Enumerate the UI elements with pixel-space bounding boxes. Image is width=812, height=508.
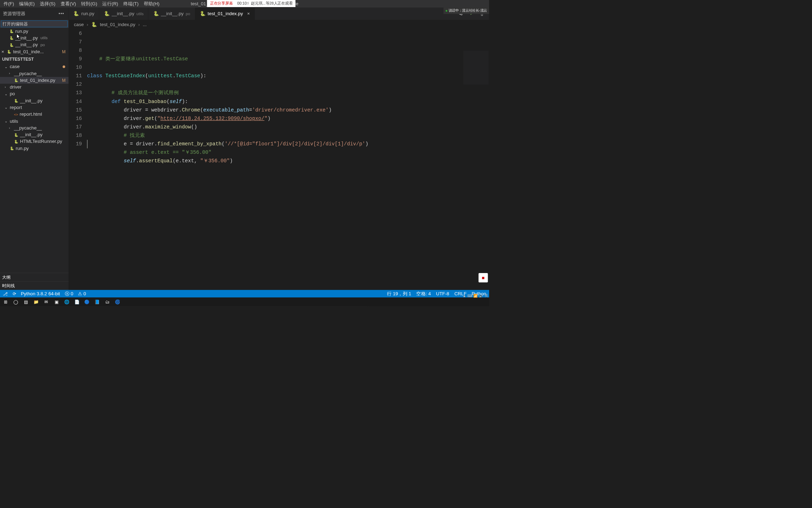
menu-item[interactable]: 查看(V) bbox=[59, 0, 78, 8]
code-line[interactable]: driver = webdriver.Chrome(executable_pat… bbox=[87, 106, 489, 114]
tab-label: run.py bbox=[81, 11, 94, 17]
editor-tabs: 🐍run.py🐍__init__.pyutils🐍__init__.pypo🐍t… bbox=[69, 8, 489, 20]
timeline-section[interactable]: 时间线 bbox=[0, 282, 69, 290]
remote-indicator-icon[interactable]: ⎇ bbox=[3, 291, 8, 296]
code-line[interactable]: e = driver.find_element_by_xpath('//*[@i… bbox=[87, 140, 489, 148]
taskbar-app-icon[interactable]: 📁 bbox=[31, 298, 41, 305]
open-editor-item[interactable]: __init__.pypo bbox=[0, 41, 69, 48]
warnings-count[interactable]: ⚠ 0 bbox=[78, 291, 86, 297]
taskbar-app-icon[interactable]: ▣ bbox=[52, 298, 61, 305]
code-line[interactable] bbox=[87, 165, 489, 174]
file-item[interactable]: test_01_index.pyM bbox=[0, 77, 69, 84]
open-editors-input[interactable] bbox=[1, 21, 67, 27]
editor-tab[interactable]: 🐍test_01_index.py× bbox=[195, 8, 255, 20]
menu-item[interactable]: 终端(T) bbox=[121, 0, 141, 8]
file-item[interactable]: HTMLTestRunner.py bbox=[0, 138, 69, 145]
taskbar-app-icon[interactable]: ⊞ bbox=[1, 298, 10, 305]
taskbar-app-icon[interactable]: 📄 bbox=[72, 298, 82, 305]
code-line[interactable]: # 成员方法就是一个测试用例 bbox=[87, 89, 489, 97]
menu-item[interactable]: 帮助(H) bbox=[141, 0, 161, 8]
close-icon[interactable]: × bbox=[1, 49, 5, 55]
menu-item[interactable]: 运行(R) bbox=[100, 0, 120, 8]
menu-item[interactable]: 件(F) bbox=[1, 0, 16, 8]
folder-item[interactable]: ⌄report bbox=[0, 104, 69, 111]
windows-taskbar[interactable]: ⊞◯▤📁✉▣🌐📄🔵📘🗂🌀 bbox=[0, 297, 489, 306]
editor-tab[interactable]: 🐍__init__.pyutils bbox=[99, 8, 148, 20]
folder-item[interactable]: ⌄po bbox=[0, 91, 69, 97]
folder-name: case bbox=[10, 64, 20, 69]
project-section-header[interactable]: UNITTESTTEST bbox=[0, 55, 69, 63]
code-line[interactable]: # 类一定要继承unittest.TestCase bbox=[87, 55, 489, 63]
tray-icon[interactable]: ⌨ bbox=[467, 294, 472, 298]
close-tab-icon[interactable]: × bbox=[247, 11, 250, 17]
taskbar-app-icon[interactable]: ▤ bbox=[21, 298, 31, 305]
breadcrumb-item[interactable]: test_01_index.py bbox=[100, 22, 135, 28]
cursor-position[interactable]: 行 19，列 1 bbox=[387, 290, 411, 297]
code-line[interactable]: driver.maximize_window() bbox=[87, 123, 489, 131]
open-editor-item[interactable]: run.py bbox=[0, 28, 69, 35]
indentation[interactable]: 空格: 4 bbox=[416, 290, 431, 297]
errors-count[interactable]: ⓧ 0 bbox=[65, 290, 73, 297]
file-name: run.py bbox=[15, 29, 28, 34]
file-item[interactable]: __init__.py bbox=[0, 131, 69, 138]
line-number: 15 bbox=[69, 106, 82, 114]
editor-area: 🐍run.py🐍__init__.pyutils🐍__init__.pypo🐍t… bbox=[69, 8, 489, 290]
taskbar-app-icon[interactable]: ◯ bbox=[11, 298, 20, 305]
code-line[interactable]: def test_01_baobao(self): bbox=[87, 97, 489, 106]
code-editor[interactable]: 678910111213141516171819 # 类一定要继承unittes… bbox=[69, 29, 489, 290]
folder-item[interactable]: ⌄utils bbox=[0, 118, 69, 125]
line-number: 9 bbox=[69, 55, 82, 63]
taskbar-app-icon[interactable]: 🌐 bbox=[62, 298, 72, 305]
taskbar-app-icon[interactable]: 📘 bbox=[93, 298, 102, 305]
editor-tab[interactable]: 🐍__init__.pypo bbox=[148, 8, 195, 20]
taskbar-app-icon[interactable]: 🗂 bbox=[103, 298, 112, 305]
code-line[interactable]: self.assertEqual(e.text, "￥356.00") bbox=[87, 157, 489, 165]
taskbar-app-icon[interactable]: ✉ bbox=[42, 298, 51, 305]
python-version[interactable]: Python 3.8.2 64-bit bbox=[21, 291, 60, 297]
folder-item[interactable]: ›__pycache__ bbox=[0, 70, 69, 77]
encoding[interactable]: UTF-8 bbox=[436, 291, 449, 297]
taskbar-app-icon[interactable]: 🔵 bbox=[82, 298, 92, 305]
open-editor-item[interactable]: __init__.pyutils bbox=[0, 35, 69, 41]
sync-icon[interactable]: ⟳ bbox=[13, 291, 16, 296]
record-stop-icon: ■ bbox=[482, 275, 485, 281]
chevron-down-icon: ⌄ bbox=[5, 92, 8, 96]
tray-lang[interactable]: 英 bbox=[485, 294, 488, 298]
tab-path-pill: utils bbox=[136, 12, 143, 16]
code-line[interactable] bbox=[87, 64, 489, 72]
code-line[interactable]: driver.get("http://118.24.255.132:9090/s… bbox=[87, 114, 489, 123]
folder-item[interactable]: ›driver bbox=[0, 84, 69, 90]
file-item[interactable]: __init__.py bbox=[0, 97, 69, 104]
breadcrumb-item[interactable]: ... bbox=[143, 22, 147, 28]
file-item[interactable]: report.html bbox=[0, 111, 69, 117]
system-tray[interactable]: ▲ ⌨ 📶 🔊 英 bbox=[463, 294, 488, 298]
outline-section[interactable]: 大纲 bbox=[0, 273, 69, 281]
more-actions-icon[interactable]: ••• bbox=[59, 11, 64, 16]
folder-item[interactable]: ⌄case bbox=[0, 64, 69, 70]
open-editor-item[interactable]: ×test_01_inde...M bbox=[0, 48, 69, 55]
code-line[interactable]: # 找元素 bbox=[87, 131, 489, 140]
editor-tab[interactable]: 🐍run.py bbox=[69, 8, 99, 20]
minimap[interactable] bbox=[463, 50, 488, 84]
python-file-icon bbox=[14, 98, 18, 103]
taskbar-app-icon[interactable]: 🌀 bbox=[113, 298, 122, 305]
code-line[interactable] bbox=[87, 80, 489, 89]
tab-path-pill: po bbox=[186, 12, 190, 16]
breadcrumb-item[interactable]: case bbox=[74, 22, 84, 28]
folder-name: __pycache__ bbox=[14, 125, 42, 131]
folder-item[interactable]: ›__pycache__ bbox=[0, 125, 69, 131]
tray-icon[interactable]: 🔊 bbox=[479, 294, 483, 298]
breadcrumb[interactable]: case›🐍 test_01_index.py›... bbox=[69, 20, 489, 30]
tray-icon[interactable]: ▲ bbox=[463, 294, 466, 298]
file-name: report.html bbox=[20, 111, 42, 117]
code-line[interactable]: class TestCaseIndex(unittest.TestCase): bbox=[87, 72, 489, 80]
code-line[interactable]: # assert e.text == "￥356.00" bbox=[87, 148, 489, 157]
menu-item[interactable]: 编辑(E) bbox=[17, 0, 37, 8]
file-item[interactable]: run.py bbox=[0, 145, 69, 152]
record-button[interactable]: ■ bbox=[479, 273, 488, 283]
open-editors-section[interactable] bbox=[0, 20, 69, 28]
tray-icon[interactable]: 📶 bbox=[473, 294, 478, 298]
menu-item[interactable]: 选择(S) bbox=[38, 0, 57, 8]
menu-item[interactable]: 转到(G) bbox=[79, 0, 99, 8]
code-content[interactable]: # 类一定要继承unittest.TestCaseclass TestCaseI… bbox=[87, 29, 489, 290]
